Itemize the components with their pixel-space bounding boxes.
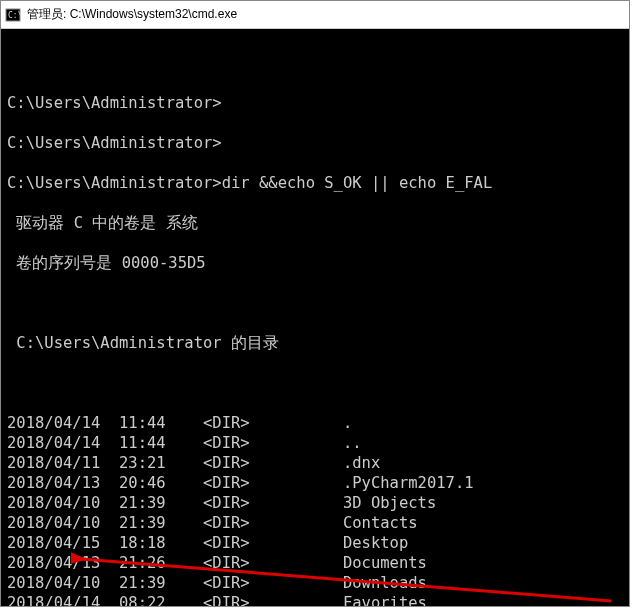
cmd-window: C:\ 管理员: C:\Windows\system32\cmd.exe C:\…: [0, 0, 630, 607]
drive-info: 驱动器 C 中的卷是 系统: [7, 213, 629, 233]
serial-info: 卷的序列号是 0000-35D5: [7, 253, 629, 273]
dir-entry: 2018/04/15 18:18 <DIR> Desktop: [7, 533, 629, 553]
titlebar-text: 管理员: C:\Windows\system32\cmd.exe: [27, 6, 237, 23]
blank-line: [7, 293, 629, 313]
dir-entry: 2018/04/14 11:44 <DIR> ..: [7, 433, 629, 453]
dir-entry: 2018/04/10 21:39 <DIR> 3D Objects: [7, 493, 629, 513]
prompt: C:\Users\Administrator>: [7, 174, 222, 192]
prompt-line: C:\Users\Administrator>: [7, 93, 629, 113]
svg-text:C:\: C:\: [8, 11, 21, 20]
prompt-line: C:\Users\Administrator>: [7, 133, 629, 153]
dir-entry: 2018/04/10 21:39 <DIR> Downloads: [7, 573, 629, 593]
dir-entry: 2018/04/14 11:44 <DIR> .: [7, 413, 629, 433]
dir-entry: 2018/04/14 08:22 <DIR> Favorites: [7, 593, 629, 606]
dir-entry: 2018/04/13 21:26 <DIR> Documents: [7, 553, 629, 573]
prompt-line: C:\Users\Administrator>dir &&echo S_OK |…: [7, 173, 629, 193]
blank-line: [7, 53, 629, 73]
titlebar[interactable]: C:\ 管理员: C:\Windows\system32\cmd.exe: [1, 1, 629, 29]
dir-entries: 2018/04/14 11:44 <DIR> .2018/04/14 11:44…: [7, 413, 629, 606]
cmd: dir &&echo S_OK || echo E_FAL: [222, 174, 493, 192]
dir-entry: 2018/04/13 20:46 <DIR> .PyCharm2017.1: [7, 473, 629, 493]
prompt: C:\Users\Administrator>: [7, 94, 222, 112]
prompt: C:\Users\Administrator>: [7, 134, 222, 152]
terminal-output[interactable]: C:\Users\Administrator> C:\Users\Adminis…: [1, 29, 629, 606]
blank-line: [7, 373, 629, 393]
dir-entry: 2018/04/10 21:39 <DIR> Contacts: [7, 513, 629, 533]
cmd-icon: C:\: [5, 7, 21, 23]
dir-of: C:\Users\Administrator 的目录: [7, 333, 629, 353]
dir-entry: 2018/04/11 23:21 <DIR> .dnx: [7, 453, 629, 473]
